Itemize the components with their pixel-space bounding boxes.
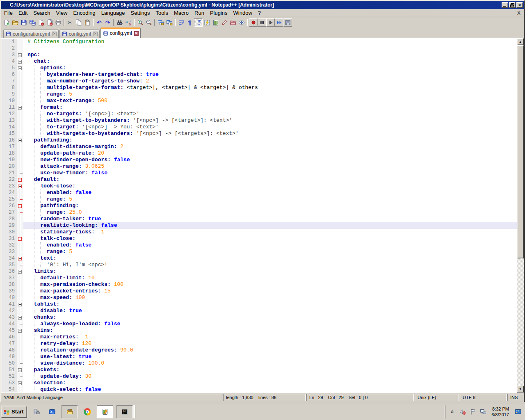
code-line[interactable]: 25range: 5 — [1, 196, 517, 203]
menu-item-[interactable]: ? — [255, 9, 264, 16]
code-line[interactable]: 37default-limit: 10 — [1, 275, 517, 281]
code-line[interactable]: 38max-permission-checks: 100 — [1, 281, 517, 288]
code-line[interactable]: 28random-talker: true — [1, 216, 517, 222]
define-language-icon[interactable] — [220, 18, 228, 27]
menu-item-macro[interactable]: Macro — [171, 9, 192, 16]
code-line[interactable]: 45skins: — [1, 327, 517, 334]
tab-config.yml-active[interactable]: config.yml✕ — [100, 27, 141, 38]
cmd-taskbar-button[interactable]: C:\ — [116, 405, 133, 418]
code-line[interactable]: 1# Citizens Configuration — [1, 39, 517, 45]
code-line[interactable]: 18update-path-rate: 20 — [1, 150, 517, 157]
fold-toggle[interactable] — [17, 65, 23, 71]
code-line[interactable]: 4chat: — [1, 58, 517, 65]
menu-item-tools[interactable]: Tools — [153, 9, 171, 16]
code-line[interactable]: 6bystanders-hear-targeted-chat: true — [1, 71, 517, 78]
show-all-characters-icon[interactable]: ¶ — [185, 18, 194, 27]
menubar-close-document-button[interactable]: X — [514, 10, 524, 16]
play-macro-icon[interactable] — [266, 18, 275, 27]
tab-close-icon[interactable]: ✕ — [93, 32, 98, 36]
code-line[interactable]: 14to-target: '[<npc>] -> You: <text>' — [1, 124, 517, 130]
menu-item-edit[interactable]: Edit — [16, 9, 30, 16]
run-macro-multiple-icon[interactable] — [275, 18, 283, 27]
code-line[interactable]: 52update-delay: 30 — [1, 373, 517, 380]
stop-macro-icon[interactable] — [258, 18, 266, 27]
code-line[interactable]: 21use-new-finder: false — [1, 170, 517, 176]
code-line[interactable]: 16pathfinding: — [1, 137, 517, 144]
zoom-in-icon[interactable] — [136, 18, 144, 27]
code-line[interactable]: 13with-target-to-bystanders: '[<npc>] ->… — [1, 117, 517, 124]
code-line[interactable]: 41tablist: — [1, 301, 517, 308]
function-list-icon[interactable] — [203, 18, 211, 27]
fold-toggle[interactable] — [17, 327, 23, 334]
show-indent-guide-icon[interactable] — [194, 18, 203, 27]
code-line[interactable]: 8multiple-targets-format: <target>|, <ta… — [1, 84, 517, 91]
sync-horizontal-icon[interactable] — [165, 18, 173, 27]
code-line[interactable]: 33range: 5 — [1, 249, 517, 255]
close-button[interactable]: × — [516, 2, 523, 8]
code-line[interactable]: 36limits: — [1, 268, 517, 275]
action-flag-icon[interactable] — [469, 408, 477, 415]
network-icon[interactable] — [479, 408, 487, 415]
title-bar[interactable]: C:\Users\Administrator\Desktop\MCDragon\… — [1, 1, 524, 9]
fold-toggle[interactable] — [17, 235, 23, 242]
fold-toggle[interactable] — [17, 58, 23, 65]
code-line[interactable]: 27range: 25.0 — [1, 209, 517, 216]
fold-toggle[interactable] — [17, 52, 23, 58]
code-line[interactable]: 54quick-select: false — [1, 386, 517, 393]
code-line[interactable]: 51packets: — [1, 367, 517, 373]
code-line[interactable]: 29realistic-looking: false — [1, 222, 517, 229]
code-line[interactable]: 46max-retries: -1 — [1, 334, 517, 340]
fold-toggle[interactable] — [17, 255, 23, 262]
record-macro-icon[interactable] — [249, 18, 258, 27]
menu-item-settings[interactable]: Settings — [128, 9, 153, 16]
code-line[interactable]: 5options: — [1, 65, 517, 71]
fold-toggle[interactable] — [17, 268, 23, 275]
menu-item-search[interactable]: Search — [30, 9, 53, 16]
code-line[interactable]: 7max-number-of-targets-to-show: 2 — [1, 78, 517, 84]
open-file-icon[interactable] — [11, 18, 19, 27]
fold-toggle[interactable] — [17, 104, 23, 111]
tab-config.yml[interactable]: config.yml✕ — [59, 30, 100, 38]
save-all-icon[interactable] — [28, 18, 37, 27]
code-line[interactable]: 22default: — [1, 176, 517, 183]
code-line[interactable]: 35'0': Hi, I'm <npc>! — [1, 262, 517, 268]
zoom-out-icon[interactable] — [144, 18, 153, 27]
code-line[interactable]: 9range: 5 — [1, 91, 517, 98]
code-line[interactable]: 12no-targets: '[<npc>]: <text>' — [1, 111, 517, 117]
tab-close-icon[interactable]: ✕ — [52, 32, 57, 36]
menu-item-view[interactable]: View — [53, 9, 71, 16]
code-line[interactable]: 30stationary-ticks: -1 — [1, 229, 517, 235]
code-line[interactable]: 34text: — [1, 255, 517, 262]
code-line[interactable]: 11format: — [1, 104, 517, 111]
volume-muted-icon[interactable] — [459, 408, 466, 415]
code-line[interactable]: 32enabled: false — [1, 242, 517, 249]
sync-vertical-icon[interactable] — [156, 18, 165, 27]
fold-toggle[interactable] — [17, 203, 23, 209]
editor-pane[interactable]: 1# Citizens Configuration23npc:4chat:5op… — [1, 38, 524, 393]
code-line[interactable]: 39max-packet-entries: 15 — [1, 288, 517, 294]
print-icon[interactable] — [54, 18, 62, 27]
code-line[interactable]: 42disable: true — [1, 308, 517, 314]
code-line[interactable]: 31talk-close: — [1, 235, 517, 242]
notepad-plus-taskbar-button[interactable] — [97, 405, 113, 418]
code-line[interactable]: 47retry-delay: 120 — [1, 340, 517, 347]
fold-toggle[interactable] — [17, 301, 23, 308]
new-file-icon[interactable] — [2, 18, 11, 27]
minimize-button[interactable] — [502, 2, 508, 8]
scroll-down-button[interactable]: ▼ — [517, 386, 524, 393]
redo-icon[interactable]: ↷ — [103, 18, 112, 27]
server-manager-quicklaunch-icon[interactable] — [30, 405, 43, 418]
hidden-icons-chevron-icon[interactable]: « — [449, 408, 456, 415]
copy-icon[interactable] — [74, 18, 83, 27]
fold-toggle[interactable] — [17, 314, 23, 321]
document-map-icon[interactable] — [211, 18, 220, 27]
menu-item-language[interactable]: Language — [98, 9, 128, 16]
fold-toggle[interactable] — [17, 380, 23, 386]
fold-toggle[interactable] — [17, 137, 23, 144]
fold-toggle[interactable] — [17, 176, 23, 183]
menu-item-file[interactable]: File — [1, 9, 16, 16]
powershell-quicklaunch-icon[interactable] — [46, 405, 58, 418]
close-all-icon[interactable] — [45, 18, 54, 27]
code-line[interactable]: 50view-distance: 100.0 — [1, 360, 517, 367]
code-line[interactable]: 43chunks: — [1, 314, 517, 321]
